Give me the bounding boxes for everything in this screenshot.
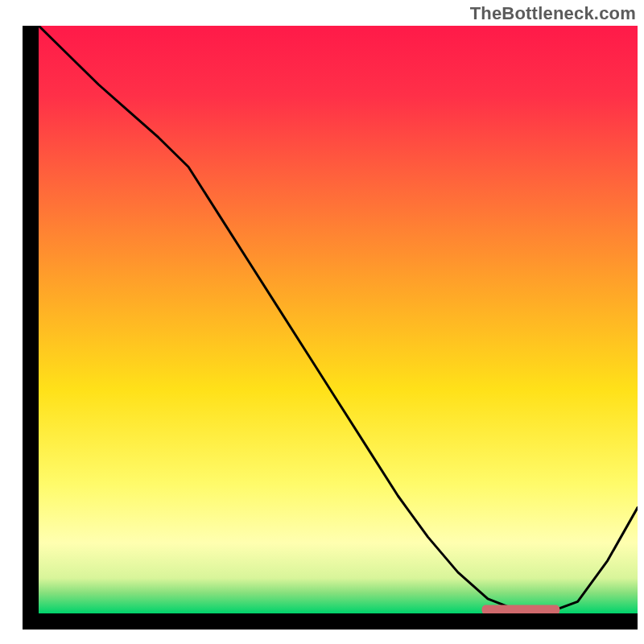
chart-container: TheBottleneck.com [0,0,644,644]
gradient-background [39,26,638,613]
bottleneck-chart [0,0,644,644]
watermark-text: TheBottleneck.com [470,3,636,24]
optimal-marker [482,605,560,615]
